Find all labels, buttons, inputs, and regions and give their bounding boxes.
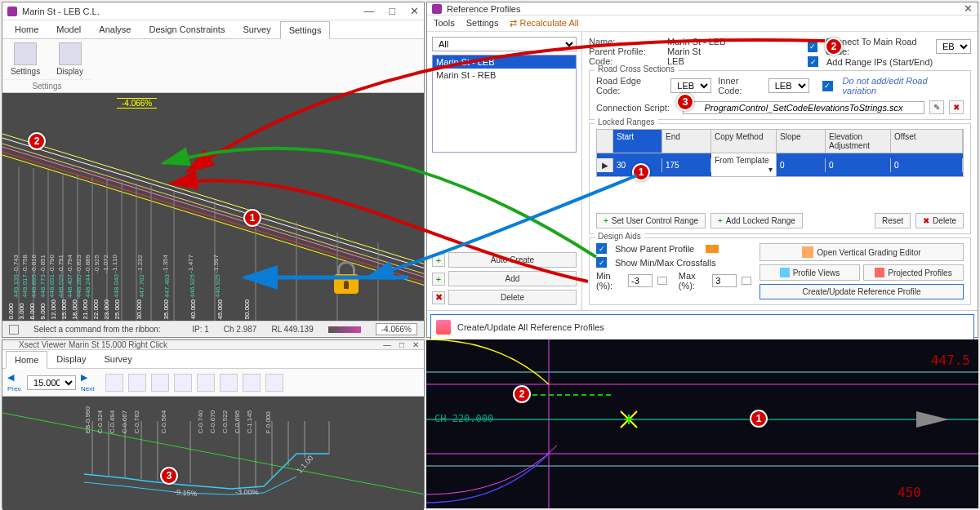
no-variation-checkbox[interactable]: ✓ xyxy=(822,81,833,91)
ribbon-group-label: Settings xyxy=(2,79,91,92)
add-ips-checkbox[interactable]: ✓ xyxy=(808,56,818,67)
tab-home[interactable]: Home xyxy=(6,20,47,38)
ribbon-display[interactable]: Display xyxy=(48,39,91,79)
tab-settings[interactable]: Settings xyxy=(280,21,331,39)
add-button[interactable]: Add xyxy=(448,271,577,286)
ref-name-value: Marin St - LEB xyxy=(667,37,726,47)
tool-icon[interactable] xyxy=(197,374,215,392)
open-vge-button[interactable]: Open Vertical Grading Editor xyxy=(760,243,964,261)
plus-icon[interactable]: + xyxy=(432,254,445,267)
maximize-button[interactable]: □ xyxy=(399,340,404,349)
app-icon xyxy=(432,4,442,14)
app-icon xyxy=(7,7,17,16)
menu-tools[interactable]: Tools xyxy=(434,18,455,29)
close-button[interactable]: ✕ xyxy=(964,2,973,15)
ref-filter-select[interactable]: All xyxy=(432,37,577,51)
status-icon[interactable] xyxy=(9,325,19,335)
min-color-swatch[interactable] xyxy=(657,277,667,285)
status-rl: RL 449.139 xyxy=(271,325,313,334)
tab-survey[interactable]: Survey xyxy=(234,20,279,38)
projected-profiles-button[interactable]: Projected Profiles xyxy=(863,264,964,281)
list-item[interactable]: Marin St - LEB xyxy=(433,55,576,69)
min-crossfall-input[interactable] xyxy=(628,274,653,287)
delete-range-button[interactable]: ✖Delete xyxy=(915,213,964,228)
tab-design-constraints[interactable]: Design Constraints xyxy=(140,20,234,38)
menu-settings[interactable]: Settings xyxy=(466,18,499,29)
max-color-swatch[interactable] xyxy=(742,277,751,285)
xsect-title: Xsect Viewer Marin St 15.000 Right Click xyxy=(19,340,167,349)
ref-profile-list[interactable]: Marin St - LEB Marin St - REB xyxy=(432,55,577,153)
tab-model[interactable]: Model xyxy=(47,20,90,38)
tab-display[interactable]: Display xyxy=(47,350,95,368)
update-all-icon xyxy=(436,320,451,335)
ref-left-panel: All Marin St - LEB Marin St - REB +Auto … xyxy=(427,32,582,310)
minimize-button[interactable]: — xyxy=(363,5,374,17)
locked-table-row[interactable]: ▶ 30 175 From Template ▾ 0 0 0 xyxy=(596,153,964,177)
tool-icon[interactable] xyxy=(105,374,123,392)
show-parent-checkbox[interactable]: ✓ xyxy=(596,243,607,254)
maximize-button[interactable]: □ xyxy=(389,5,395,17)
ref-menu: Tools Settings ⇄ Recalculate All xyxy=(427,16,978,32)
cross-sections-group: Road Cross Sections Road Edge Code:LEB I… xyxy=(589,70,971,120)
cad-viewport[interactable]: 447.5 450 CH 220.000 xyxy=(426,339,978,508)
connect-checkbox[interactable]: ✓ xyxy=(808,42,817,52)
callout-cad-2: 2 xyxy=(513,385,531,403)
tool-icon[interactable] xyxy=(265,374,283,392)
lock-icon xyxy=(331,261,362,294)
show-crossfalls-checkbox[interactable]: ✓ xyxy=(596,257,607,268)
tab-analyse[interactable]: Analyse xyxy=(90,20,140,38)
callout-profile-2: 2 xyxy=(28,132,46,150)
max-crossfall-input[interactable] xyxy=(712,274,737,287)
add-locked-range-button[interactable]: +Add Locked Range xyxy=(710,213,803,228)
reset-button[interactable]: Reset xyxy=(875,213,911,228)
ribbon-settings[interactable]: Settings xyxy=(2,39,48,79)
create-update-all-button[interactable]: Create/Update All Reference Profiles xyxy=(430,314,974,340)
tool-icon[interactable] xyxy=(174,374,192,392)
edge-code-select[interactable]: LEB xyxy=(670,78,711,93)
plus-icon[interactable]: + xyxy=(432,273,445,286)
status-ip: IP: 1 xyxy=(192,325,209,334)
status-slider[interactable] xyxy=(328,326,361,333)
minimize-button[interactable]: — xyxy=(383,340,391,349)
next-button[interactable]: ▶Next xyxy=(81,372,94,392)
delete-icon[interactable]: ✖ xyxy=(432,291,445,304)
svg-marker-42 xyxy=(916,411,949,428)
tool-icon[interactable] xyxy=(220,374,238,392)
cad-rl-b: 450 xyxy=(898,485,921,500)
prev-button[interactable]: ◀Prev. xyxy=(7,372,22,392)
callout-ref-2: 2 xyxy=(825,38,843,55)
clear-script-icon[interactable]: ✖ xyxy=(949,100,964,114)
close-button[interactable]: ✕ xyxy=(410,5,419,17)
locked-table-head: Start End Copy Method Slope Elevation Ad… xyxy=(596,129,964,153)
create-update-button[interactable]: Create/Update Reference Profile xyxy=(760,284,964,299)
connection-script-input[interactable] xyxy=(683,101,924,114)
chainage-row: 0.0003.0006.000 9.00012.00015.000 18.000… xyxy=(7,299,419,319)
tool-icon[interactable] xyxy=(151,374,169,392)
grade-b-label: -3.00% xyxy=(235,488,259,496)
menu-recalculate[interactable]: ⇄ Recalculate All xyxy=(510,18,578,29)
auto-create-button[interactable]: Auto Create xyxy=(448,252,577,268)
connect-code-select[interactable]: EB xyxy=(936,39,971,54)
app-icon xyxy=(7,341,16,349)
svg-line-1 xyxy=(2,138,424,268)
tab-home[interactable]: Home xyxy=(6,351,47,369)
tab-survey[interactable]: Survey xyxy=(95,350,140,368)
list-item[interactable]: Marin St - REB xyxy=(433,69,576,82)
set-user-range-button[interactable]: +Set User Control Range xyxy=(596,213,706,228)
offset-labels: EB-0.990 C-0.324 C-0.494 C-0.667 C-0.762… xyxy=(84,406,272,433)
callout-table-1: 1 xyxy=(632,163,650,181)
xsect-canvas[interactable]: EB-0.990 C-0.324 C-0.494 C-0.667 C-0.762… xyxy=(2,397,424,510)
profile-views-button[interactable]: Profile Views xyxy=(760,264,860,281)
bottom-levels-row: 449.139 449.017 448.895 448.773 448.651 … xyxy=(12,274,221,298)
chainage-select[interactable]: 15.000 xyxy=(27,375,76,390)
tool-icon[interactable] xyxy=(243,374,261,392)
edit-script-icon[interactable]: ✎ xyxy=(929,100,944,114)
tool-icon[interactable] xyxy=(128,374,146,392)
close-button[interactable]: ✕ xyxy=(412,340,419,349)
ref-title: Reference Profiles xyxy=(447,4,964,14)
profile-tabs: Home Model Analyse Design Constraints Su… xyxy=(2,20,424,39)
status-prompt: Select a command from the ribbon: xyxy=(33,325,177,334)
inner-code-select[interactable]: LEB xyxy=(768,78,809,93)
parent-color-swatch[interactable] xyxy=(706,245,719,253)
delete-button[interactable]: Delete xyxy=(448,290,577,305)
